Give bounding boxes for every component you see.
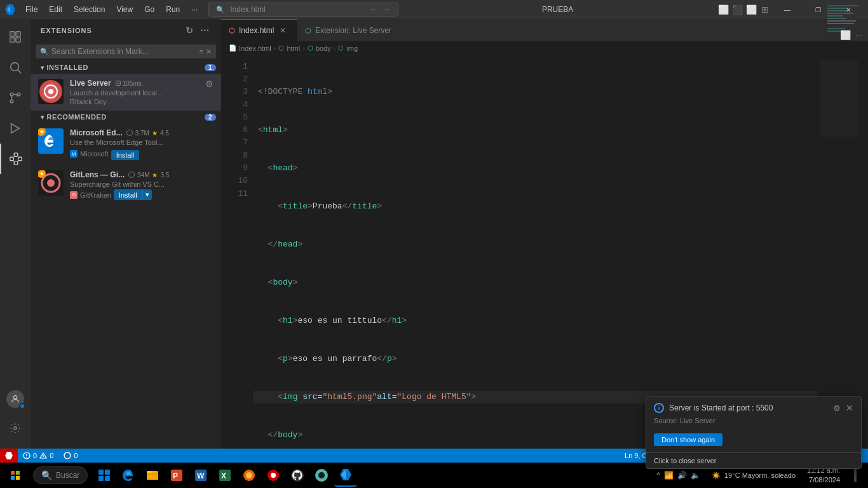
toggle-panel-icon[interactable]: ⬛	[731, 3, 743, 16]
svg-rect-40	[98, 476, 104, 481]
menu-selection[interactable]: Selection	[69, 4, 110, 15]
breadcrumb-img[interactable]: ⬡ img	[338, 44, 358, 52]
click-to-close-server[interactable]: Click to close server	[646, 452, 861, 468]
sidebar-header: EXTENSIONS ↻ ⋯	[31, 19, 221, 42]
gitlens-extension-item[interactable]: ★ GitLens — Gi... 34M ★ 3.5 Supercharge …	[31, 165, 221, 205]
svg-point-26	[47, 179, 55, 187]
titlebar-left: File Edit Selection View Go Run ···	[0, 4, 208, 15]
live-server-logo	[39, 80, 62, 103]
source-control-button[interactable]	[0, 83, 31, 113]
extensions-button[interactable]	[0, 144, 31, 174]
live-server-icon	[38, 79, 64, 104]
taskbar-excel[interactable]: X	[214, 464, 236, 487]
filter-icon[interactable]: ≡	[200, 48, 203, 55]
taskbar-other-browser[interactable]	[262, 464, 285, 487]
svg-rect-39	[105, 470, 110, 475]
minimize-button[interactable]: —	[773, 0, 802, 19]
account-button[interactable]	[6, 390, 24, 408]
main-layout: EXTENSIONS ↻ ⋯ 🔍 ≡ ✕ ▾ INSTALLED 1	[0, 19, 868, 449]
tray-up-icon[interactable]: ^	[656, 471, 660, 480]
svg-point-18	[48, 89, 53, 94]
taskbar-search-text: Buscar	[56, 471, 79, 480]
status-errors[interactable]: 0 0	[18, 449, 58, 463]
recommended-section-header[interactable]: ▾ RECOMMENDED 2	[31, 111, 221, 123]
tab-close-button[interactable]: ✕	[278, 25, 288, 36]
status-error-count: 0	[33, 452, 37, 459]
forward-icon[interactable]: →	[383, 5, 390, 14]
menu-edit[interactable]: Edit	[44, 4, 67, 15]
ms-edge-extension-item[interactable]: ★ Microsoft Ed... 3.7M ★ 4.5 Use the Mic…	[31, 123, 221, 165]
taskbar-edge[interactable]	[117, 464, 140, 487]
svg-rect-41	[105, 476, 110, 481]
settings-button[interactable]	[0, 413, 31, 444]
gitlens-install-arrow[interactable]: ▾	[142, 189, 152, 200]
breadcrumb-sep-1: ›	[274, 44, 276, 52]
search-extensions-input[interactable]	[51, 47, 197, 56]
menu-run[interactable]: Run	[161, 4, 185, 15]
menu-view[interactable]: View	[111, 4, 138, 15]
menu-go[interactable]: Go	[139, 4, 159, 15]
notification-title: Server is Started at port : 5500	[669, 403, 828, 412]
taskbar-word[interactable]: W	[189, 464, 212, 487]
run-debug-button[interactable]	[0, 113, 31, 144]
tray-speaker-icon[interactable]: 🔈	[691, 471, 700, 480]
back-icon[interactable]: ←	[370, 5, 377, 14]
dont-show-again-button[interactable]: Don't show again	[654, 433, 722, 446]
clear-icon[interactable]: ✕	[206, 48, 212, 56]
taskbar-explorer[interactable]	[141, 464, 164, 487]
taskbar-widgets[interactable]	[93, 464, 116, 487]
explorer-button[interactable]	[0, 22, 31, 52]
notification-settings-icon[interactable]: ⚙	[833, 403, 841, 413]
weather-widget[interactable]: ☀️ 19°C Mayorm. soleado	[708, 471, 799, 480]
menu-more[interactable]: ···	[186, 4, 203, 15]
live-server-extension-item[interactable]: Live Server 105ms Launch a development l…	[31, 74, 221, 111]
ms-edge-icon: ★	[38, 128, 64, 154]
tab-live-server[interactable]: ⬡ Extension: Live Server	[297, 19, 399, 41]
code-content[interactable]: <!DOCTYPE html> <html> <head> <title>Pru…	[253, 55, 817, 449]
ms-edge-downloads: 3.7M	[135, 130, 149, 137]
search-button[interactable]	[0, 52, 31, 83]
menu-file[interactable]: File	[20, 4, 43, 15]
notification-source: Source: Live Server	[646, 417, 861, 430]
ms-edge-stats: 3.7M ★ 4.5	[126, 130, 169, 137]
activity-bar-bottom	[0, 390, 31, 449]
installed-section-header[interactable]: ▾ INSTALLED 1	[31, 61, 221, 74]
refresh-extensions-button[interactable]: ↻	[183, 24, 196, 37]
taskbar-firefox[interactable]	[238, 464, 261, 487]
breadcrumb-html[interactable]: ⬡ html	[278, 44, 300, 52]
grid-icon[interactable]: ⊞	[759, 3, 771, 16]
gitlens-publisher-icon: G	[70, 191, 78, 199]
taskbar-vscode[interactable]	[334, 464, 357, 487]
taskbar-github[interactable]	[286, 464, 309, 487]
layout-icon[interactable]: ⬜	[745, 3, 757, 16]
taskbar-chrome-teal[interactable]	[310, 464, 333, 487]
tray-volume-icon[interactable]: 🔊	[677, 471, 687, 480]
svg-marker-11	[11, 124, 20, 133]
breadcrumb-body[interactable]: ⬡ body	[308, 44, 331, 52]
ext-tab-icon: ⬡	[305, 27, 311, 35]
taskbar-search[interactable]: 🔍 Buscar	[33, 466, 88, 484]
status-vscode-icon[interactable]	[0, 449, 18, 463]
live-server-settings-icon[interactable]: ⚙	[205, 79, 214, 89]
ms-edge-install-button[interactable]: Install	[111, 150, 140, 160]
title-search[interactable]: 🔍 Index.html ← →	[208, 3, 398, 17]
code-line-4: <title>Prueba</title>	[253, 200, 817, 213]
gitlens-install-button[interactable]: Install	[114, 189, 142, 200]
svg-marker-28	[5, 452, 13, 459]
taskbar-search-icon: 🔍	[41, 470, 52, 480]
svg-point-54	[271, 473, 276, 478]
gitlens-name: GitLens — Gi...	[70, 170, 125, 179]
sun-icon: ☀️	[712, 471, 721, 480]
filter-extensions-button[interactable]: ⋯	[198, 24, 211, 37]
tray-network-icon[interactable]: 📶	[664, 471, 674, 480]
breadcrumb-indexhtml[interactable]: 📄 Index.html	[229, 44, 271, 52]
notification-close-icon[interactable]: ✕	[846, 403, 853, 413]
svg-rect-15	[18, 157, 22, 161]
toggle-sidebar-icon[interactable]: ⬜	[717, 3, 729, 16]
tab-index-html[interactable]: ⬡ Index.html ✕	[221, 19, 297, 41]
search-extensions-container[interactable]: 🔍 ≡ ✕	[36, 44, 216, 58]
start-button[interactable]	[0, 463, 31, 488]
status-connections[interactable]: 0	[58, 449, 83, 463]
installed-count: 1	[205, 64, 216, 71]
taskbar-powerpoint[interactable]: P	[165, 464, 188, 487]
